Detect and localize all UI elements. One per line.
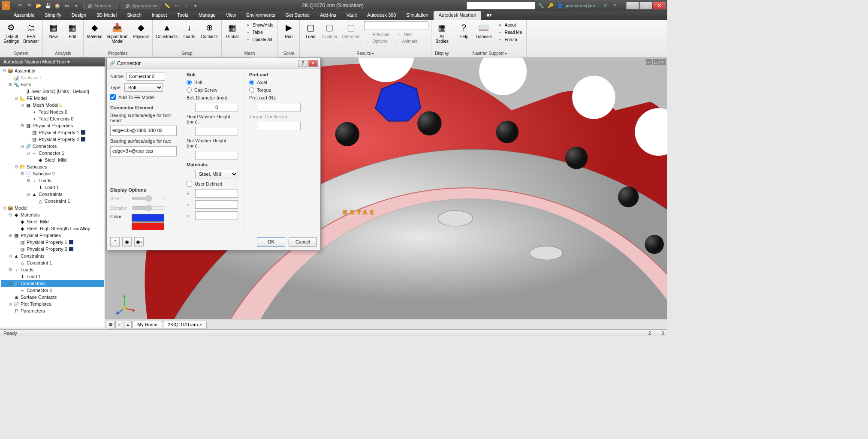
tree-node-assembly[interactable]: ⊟📦Assembly [1,67,104,74]
help-icon[interactable]: ? [611,2,618,9]
tree-toggle-icon[interactable]: ⊟ [20,123,25,128]
bearing-head-input[interactable]: edge<3>@1000-100-02 [110,126,177,136]
more-icon[interactable]: ▾ [73,2,80,9]
search-input[interactable] [467,2,535,9]
tree-node-steel-mild[interactable]: ◆Steel, Mild [1,218,104,225]
tree-node-load-1[interactable]: ⬇Load 1 [1,273,104,280]
all-bodies-button[interactable]: ▦AllBodies [433,21,451,45]
load-button[interactable]: ▢Load [301,21,319,40]
ribbon-tab-get-started[interactable]: Get Started [280,11,315,20]
record-next-button[interactable]: ◉› [134,237,144,247]
appearance-dropdown[interactable]: ◍ Appearance [121,2,160,9]
tree-header[interactable]: Autodesk Nastran Model Tree ▾ [0,57,105,66]
ribbon-tab-design[interactable]: Design [66,11,91,20]
tree-toggle-icon[interactable]: ⊟ [2,69,7,73]
ribbon-tab-autodesk-nastran[interactable]: Autodesk Nastran [434,11,481,20]
global-button[interactable]: ▦Global [223,21,241,40]
fea-browser-button[interactable]: 🗂FEABrowser [21,21,41,45]
tab-list-icon[interactable]: ≡ [115,321,123,328]
ribbon-tab-sketch[interactable]: Sketch [122,11,147,20]
dialog-close-button[interactable]: ✕ [308,60,318,67]
app-icon[interactable]: I [2,1,10,10]
tree-toggle-icon[interactable]: ⊟ [20,103,25,107]
tree-node-steel-high-strength-low-alloy[interactable]: ◆Steel, High Strength Low Alloy [1,225,104,232]
tree-node-physical-property-2[interactable]: ▥Physical Property 2 [1,246,104,253]
tree-node-total-nodes-0[interactable]: •Total Nodes 0 [1,108,104,115]
tree-node-connector-1[interactable]: ⊟↔Connector 1 [1,150,104,156]
tree-toggle-icon[interactable]: ⊟ [8,268,13,272]
bolt-radio[interactable] [187,80,192,85]
key-icon[interactable]: 🔑 [547,2,554,9]
tree-node-connector-1[interactable]: ↔Connector 1 [1,287,104,294]
tree-node-bolts[interactable]: ⊟🔩Bolts [1,81,104,88]
torque-radio[interactable] [249,87,254,93]
default-settings-button[interactable]: ⚙DefaultSettings [2,21,21,45]
tree-toggle-icon[interactable]: ⊟ [8,233,13,238]
ribbon-tab-simulation[interactable]: Simulation [401,11,433,20]
viewport-restore-icon[interactable]: ▢ [653,59,659,65]
minimize-button[interactable]: ─ [626,2,639,9]
tree-node-physical-properties[interactable]: ⊟▦Physical Properties [1,122,104,129]
record-button[interactable]: ◉ [122,237,132,247]
tab-close-icon[interactable]: × [199,322,202,327]
tutorials-button[interactable]: 📖Tutorials [474,21,494,40]
contacts-button[interactable]: ⊕Contacts [199,21,219,40]
tree-node-model[interactable]: ⊟📦Model [1,204,104,211]
material-button[interactable]: ◆Material [85,21,104,40]
user-name[interactable]: jim.byrne@au... [566,3,599,8]
ribbon-tab-manage[interactable]: Manage [193,11,221,20]
tree-node-steel-mild[interactable]: ◆Steel, Mild [1,156,104,163]
tree-node--linear-static-units-default-[interactable]: [Linear Static] [Units : Default] [1,88,104,95]
nut-washer-input[interactable] [195,151,238,159]
tree-node-constraint-1[interactable]: △Constraint 1 [1,259,104,266]
materials-select[interactable]: Steel, Mild [195,170,238,178]
material-dropdown[interactable]: ◍ Material [83,2,118,9]
tree-node-materials[interactable]: ⊟◆Materials [1,211,104,218]
tree-toggle-icon[interactable]: ⊟ [20,171,25,176]
save-icon[interactable]: 💾 [45,2,51,9]
run-button[interactable]: ▶Run [280,21,298,40]
tree-node-subcase-2[interactable]: ⊟📄Subcase 2 [1,170,104,177]
bolt-diameter-input[interactable] [195,103,238,111]
tree-toggle-icon[interactable]: ⊟ [8,281,13,286]
ribbon-tab-vault[interactable]: Vault [341,11,362,20]
ribbon-tab-simplify[interactable]: Simplify [39,11,66,20]
user-defined-checkbox[interactable] [187,181,192,186]
tree-node-subcases[interactable]: ⊟📂Subcases [1,163,104,170]
axial-radio[interactable] [249,80,254,85]
constraints-button[interactable]: ▲Constraints [154,21,180,40]
tree-toggle-icon[interactable]: ⊟ [2,206,7,210]
tree-node-load-1[interactable]: ⬇Load 1 [1,184,104,191]
tree-toggle-icon[interactable]: ⊟ [14,96,19,100]
maximize-button[interactable]: ▢ [639,2,652,9]
tree-node-connectors[interactable]: ⊟🔗Connectors [1,143,104,150]
ribbon-tab-environments[interactable]: Environments [241,11,280,20]
type-select[interactable]: Bolt [124,83,163,92]
select-icon[interactable]: ▭ [63,2,70,9]
edit-button[interactable]: ▦Edit [63,21,81,40]
tree-node-total-elements-0[interactable]: •Total Elements 0 [1,115,104,122]
import from-model-button[interactable]: 📥Import fromModel [105,21,130,45]
fx-icon[interactable]: fx [173,2,180,9]
tree-node-fe-model[interactable]: ⊟📐FE Model [1,95,104,102]
tree-node-physical-properties[interactable]: ⊟▦Physical Properties [1,232,104,239]
tree-toggle-icon[interactable]: ⊟ [14,165,19,169]
tree-toggle-icon[interactable]: ⊟ [8,254,13,258]
dialog-titlebar[interactable]: 🔗 Connector ? ✕ [107,58,320,69]
ribbon-tab-add-ins[interactable]: Add-Ins [315,11,341,20]
tree-node-connectors[interactable]: ⊟🔗Connectors [1,280,104,287]
name-input[interactable] [127,72,165,81]
help-button[interactable]: ?Help [455,21,473,40]
tree-toggle-icon[interactable]: ⊟ [26,192,31,196]
ribbon-tab-3d-model[interactable]: 3D Model [91,11,122,20]
tree-node-constraints[interactable]: ⊟▲Constraints [1,253,104,259]
tree-toggle-icon[interactable]: ⊟ [8,213,13,217]
ribbon-tab-extra[interactable]: ■▾ [481,11,497,20]
tree-node-loads[interactable]: ⊟↓Loads [1,177,104,184]
show/hide-item[interactable]: ▫Show/Hide [243,21,275,28]
collapse-button[interactable]: ⌃ [110,237,120,247]
tree-toggle-icon[interactable]: ⊟ [20,144,25,148]
open-icon[interactable]: 📂 [35,2,42,9]
tree-node-plot-templates[interactable]: ⊞📈Plot Templates [1,301,104,307]
measure-icon[interactable]: 📏 [164,2,171,9]
